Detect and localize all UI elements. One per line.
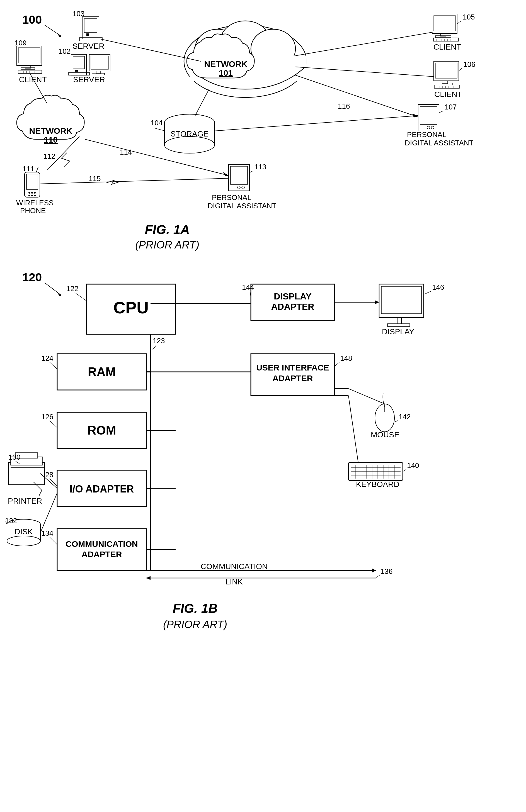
svg-text:ROM: ROM — [87, 423, 116, 437]
svg-text:ADAPTER: ADAPTER — [271, 302, 314, 312]
svg-text:CLIENT: CLIENT — [19, 75, 47, 84]
svg-rect-100 — [27, 174, 38, 189]
svg-line-113 — [296, 32, 433, 56]
svg-text:CLIENT: CLIENT — [433, 43, 461, 51]
svg-text:126: 126 — [41, 412, 53, 421]
svg-rect-14 — [91, 56, 109, 69]
svg-line-228 — [349, 395, 358, 462]
svg-text:113: 113 — [254, 163, 266, 171]
svg-text:COMMUNICATION: COMMUNICATION — [201, 562, 268, 571]
svg-line-205 — [39, 490, 42, 496]
svg-text:ADAPTER: ADAPTER — [272, 374, 313, 383]
svg-text:DIGITAL ASSISTANT: DIGITAL ASSISTANT — [208, 202, 276, 210]
svg-text:115: 115 — [89, 174, 101, 183]
svg-text:NETWORK: NETWORK — [29, 126, 72, 135]
svg-rect-168 — [381, 286, 422, 314]
svg-text:SERVER: SERVER — [72, 42, 104, 50]
svg-text:I/O ADAPTER: I/O ADAPTER — [70, 483, 134, 495]
svg-rect-51 — [434, 85, 459, 88]
svg-text:130: 130 — [8, 453, 20, 461]
svg-text:PHONE: PHONE — [20, 206, 46, 215]
svg-point-79 — [165, 136, 215, 153]
svg-line-161 — [153, 345, 156, 350]
svg-point-103 — [31, 192, 33, 193]
svg-text:123: 123 — [153, 336, 165, 345]
svg-text:102: 102 — [58, 47, 71, 55]
svg-line-179 — [335, 362, 340, 366]
svg-text:106: 106 — [463, 60, 475, 69]
svg-line-115 — [195, 89, 209, 116]
svg-rect-84 — [420, 106, 437, 125]
svg-marker-240 — [146, 576, 151, 580]
svg-line-140 — [49, 362, 57, 369]
svg-line-116 — [296, 75, 418, 117]
svg-line-153 — [49, 537, 57, 545]
svg-text:134: 134 — [41, 529, 53, 537]
svg-rect-33 — [434, 16, 455, 31]
svg-point-104 — [34, 192, 36, 193]
svg-text:105: 105 — [463, 13, 475, 21]
svg-line-183 — [395, 421, 398, 422]
svg-point-105 — [28, 195, 30, 197]
svg-text:FIG. 1A: FIG. 1A — [145, 222, 189, 237]
svg-text:124: 124 — [41, 354, 53, 362]
svg-point-213 — [7, 536, 40, 546]
svg-text:PRINTER: PRINTER — [8, 497, 42, 505]
svg-rect-23 — [18, 70, 42, 74]
svg-point-106 — [31, 195, 33, 197]
svg-rect-3 — [82, 17, 99, 39]
svg-line-111 — [100, 39, 201, 61]
svg-text:MOUSE: MOUSE — [371, 430, 399, 439]
svg-line-144 — [49, 421, 57, 427]
svg-marker-224 — [375, 300, 379, 304]
svg-rect-9 — [71, 54, 86, 75]
svg-rect-22 — [21, 68, 35, 70]
svg-text:104: 104 — [151, 119, 162, 127]
svg-text:ADAPTER: ADAPTER — [81, 550, 122, 559]
page: 100 103 SERVER 102 SERVER — [0, 0, 526, 812]
svg-text:COMMUNICATION: COMMUNICATION — [66, 539, 138, 549]
svg-line-101 — [36, 167, 38, 172]
svg-text:140: 140 — [407, 461, 419, 470]
svg-rect-11 — [75, 70, 78, 72]
svg-text:FIG. 1B: FIG. 1B — [173, 601, 217, 615]
svg-text:(PRIOR ART): (PRIOR ART) — [135, 239, 199, 251]
svg-text:CPU: CPU — [113, 298, 149, 317]
svg-text:100: 100 — [22, 13, 42, 26]
svg-line-125 — [40, 178, 229, 184]
svg-point-102 — [28, 192, 30, 193]
svg-line-88 — [439, 111, 443, 113]
svg-text:RAM: RAM — [88, 365, 116, 379]
svg-text:USER INTERFACE: USER INTERFACE — [256, 363, 329, 372]
svg-text:DISPLAY: DISPLAY — [274, 291, 312, 301]
svg-text:DISK: DISK — [14, 527, 33, 536]
svg-text:DISPLAY: DISPLAY — [382, 327, 414, 336]
svg-text:PERSONAL: PERSONAL — [212, 193, 252, 202]
svg-text:LINK: LINK — [226, 578, 243, 586]
svg-line-226 — [349, 389, 385, 404]
svg-rect-171 — [387, 324, 410, 327]
svg-line-45 — [457, 21, 461, 24]
svg-line-118 — [215, 116, 418, 131]
svg-text:KEYBOARD: KEYBOARD — [356, 480, 399, 489]
svg-text:142: 142 — [399, 412, 411, 421]
svg-rect-5 — [86, 33, 89, 36]
svg-text:116: 116 — [338, 102, 350, 110]
svg-text:107: 107 — [445, 103, 457, 111]
svg-text:WIRELESS: WIRELESS — [16, 199, 54, 207]
svg-text:114: 114 — [120, 148, 132, 156]
svg-text:SERVER: SERVER — [73, 75, 105, 84]
svg-line-136 — [75, 292, 86, 301]
svg-text:STORAGE: STORAGE — [171, 130, 209, 138]
svg-line-131 — [45, 283, 61, 295]
svg-line-114 — [296, 67, 433, 77]
svg-text:CLIENT: CLIENT — [434, 90, 462, 99]
svg-text:144: 144 — [242, 283, 254, 291]
svg-line-173 — [425, 291, 431, 294]
svg-rect-16 — [92, 73, 104, 75]
svg-line-244 — [376, 575, 380, 578]
svg-text:122: 122 — [66, 285, 78, 293]
svg-rect-36 — [433, 38, 458, 41]
svg-rect-10 — [73, 56, 84, 69]
svg-rect-20 — [18, 48, 40, 63]
